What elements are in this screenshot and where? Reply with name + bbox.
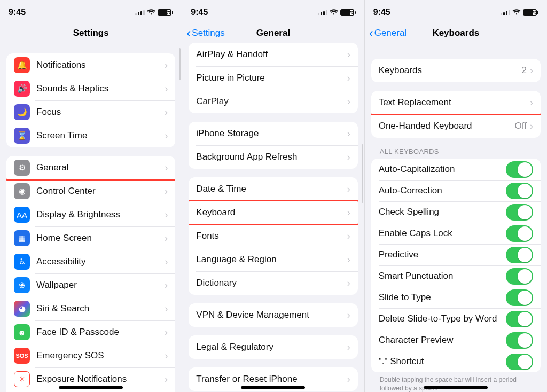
general-group: iPhone Storage › Background App Refresh … — [189, 122, 357, 169]
row-label: Legal & Regulatory — [196, 342, 347, 352]
row-label: Wallpaper — [36, 280, 165, 291]
home-indicator[interactable] — [241, 386, 305, 389]
row-label: Slide to Type — [379, 292, 506, 303]
row-icon: ⚙︎ — [14, 160, 30, 176]
chevron-left-icon: ‹ — [369, 27, 373, 40]
scrollbar[interactable] — [179, 48, 181, 80]
settings-row-control-center[interactable]: ◉ Control Center › — [6, 179, 175, 203]
row-label: Dictionary — [196, 278, 347, 288]
settings-row-home-screen[interactable]: ▦ Home Screen › — [6, 226, 175, 250]
keyboards-list-group: Keyboards 2 › — [371, 59, 541, 82]
general-row-date-time[interactable]: Date & Time › — [189, 177, 357, 201]
row-one-handed-keyboard[interactable]: One-Handed Keyboard Off › — [371, 114, 541, 138]
chevron-right-icon: › — [165, 303, 168, 315]
row-label: Auto-Correction — [379, 185, 506, 196]
row-value: Off — [515, 121, 527, 131]
row-icon: AA — [14, 207, 30, 223]
back-button[interactable]: ‹Settings — [186, 21, 224, 45]
row-label: Language & Region — [196, 254, 347, 265]
toggle-row-auto-correction: Auto-Correction — [371, 180, 541, 201]
toggle-switch[interactable] — [506, 311, 533, 327]
row-label: Face ID & Passcode — [36, 327, 165, 338]
general-row-picture-in-picture[interactable]: Picture in Picture › — [189, 66, 357, 90]
row-label: Background App Refresh — [196, 152, 347, 162]
row-icon: ◕ — [14, 301, 30, 317]
page-title: General — [256, 28, 290, 38]
row-icon: ♿︎ — [14, 254, 30, 270]
chevron-right-icon: › — [165, 60, 168, 71]
row-label: Fonts — [196, 231, 347, 241]
back-button[interactable]: ‹General — [369, 21, 407, 45]
general-row-legal-regulatory[interactable]: Legal & Regulatory › — [189, 335, 357, 359]
toggle-row-smart-punctuation: Smart Punctuation — [371, 265, 541, 287]
toggle-switch[interactable] — [506, 247, 533, 263]
settings-row-wallpaper[interactable]: ❀ Wallpaper › — [6, 273, 175, 297]
settings-row-screen-time[interactable]: ⌛ Screen Time › — [6, 124, 175, 147]
row-label: Auto-Capitalization — [379, 164, 506, 175]
chevron-right-icon: › — [347, 231, 350, 242]
status-bar: 9:45 75 — [182, 0, 364, 21]
chevron-right-icon: › — [347, 207, 350, 218]
chevron-right-icon: › — [347, 96, 350, 107]
toggle-switch[interactable] — [506, 268, 533, 285]
page-title: Settings — [73, 28, 109, 38]
settings-row-notifications[interactable]: 🔔 Notifications › — [6, 53, 175, 77]
row-label: Siri & Search — [36, 303, 165, 314]
home-indicator[interactable] — [424, 386, 488, 389]
cellular-icon — [318, 9, 327, 15]
settings-row-focus[interactable]: 🌙 Focus › — [6, 100, 175, 124]
settings-row-face-id-passcode[interactable]: ☻ Face ID & Passcode › — [6, 320, 175, 344]
row-label: Date & Time — [196, 184, 347, 194]
settings-row-display-brightness[interactable]: AA Display & Brightness › — [6, 203, 175, 226]
chevron-right-icon: › — [165, 256, 168, 268]
page-title: Keyboards — [432, 28, 479, 38]
back-label: General — [374, 28, 407, 38]
general-row-airplay-handoff[interactable]: AirPlay & Handoff › — [189, 43, 357, 66]
settings-row-siri-search[interactable]: ◕ Siri & Search › — [6, 297, 175, 320]
keyboards-row[interactable]: Keyboards 2 › — [371, 59, 541, 82]
chevron-right-icon: › — [530, 121, 533, 132]
general-row-language-region[interactable]: Language & Region › — [189, 248, 357, 271]
scrollbar[interactable] — [362, 144, 363, 203]
toggle-switch[interactable] — [506, 289, 533, 306]
navbar: ‹General Keyboards — [365, 21, 547, 45]
toggle-switch[interactable] — [506, 204, 533, 221]
row-label: One-Handed Keyboard — [379, 121, 515, 131]
toggle-switch[interactable] — [506, 354, 533, 370]
toggle-switch[interactable] — [506, 225, 533, 242]
general-row-background-app-refresh[interactable]: Background App Refresh › — [189, 145, 357, 169]
toggle-switch[interactable] — [506, 161, 533, 178]
settings-row-sounds-haptics[interactable]: 🔊 Sounds & Haptics › — [6, 77, 175, 100]
settings-row-emergency-sos[interactable]: SOS Emergency SOS › — [6, 344, 175, 367]
general-row-dictionary[interactable]: Dictionary › — [189, 271, 357, 295]
settings-row-general[interactable]: ⚙︎ General › — [6, 156, 175, 179]
general-row-carplay[interactable]: CarPlay › — [189, 90, 357, 113]
toggle-switch[interactable] — [506, 332, 533, 349]
chevron-left-icon: ‹ — [186, 27, 191, 40]
row-label: Notifications — [36, 60, 165, 70]
row-label: Exposure Notifications — [36, 374, 165, 385]
general-row-keyboard[interactable]: Keyboard › — [189, 201, 357, 224]
settings-row-accessibility[interactable]: ♿︎ Accessibility › — [6, 250, 175, 273]
row-label: Sounds & Haptics — [36, 83, 165, 94]
general-row-iphone-storage[interactable]: iPhone Storage › — [189, 122, 357, 145]
status-time: 9:45 — [373, 7, 390, 17]
row-icon: ☻ — [14, 324, 30, 340]
chevron-right-icon: › — [165, 280, 168, 291]
chevron-right-icon: › — [165, 350, 168, 362]
settings-group: ⚙︎ General › ◉ Control Center › AA Displ… — [6, 156, 175, 392]
row-text-replacement[interactable]: Text Replacement › — [371, 91, 541, 114]
general-group: Date & Time › Keyboard › Fonts › Languag… — [189, 177, 357, 295]
status-bar: 9:45 75 — [365, 0, 547, 21]
row-icon: 🔊 — [14, 81, 30, 97]
toggle-switch[interactable] — [506, 183, 533, 199]
row-icon: ⌛ — [14, 128, 30, 144]
toggle-row-character-preview: Character Preview — [371, 330, 541, 351]
row-label: Home Screen — [36, 233, 165, 244]
general-row-fonts[interactable]: Fonts › — [189, 224, 357, 248]
home-indicator[interactable] — [59, 386, 123, 389]
chevron-right-icon: › — [347, 278, 350, 289]
footer-note: Double tapping the space bar will insert… — [365, 372, 547, 392]
general-row-vpn-device-management[interactable]: VPN & Device Management › — [189, 303, 357, 327]
row-label: CarPlay — [196, 96, 347, 107]
